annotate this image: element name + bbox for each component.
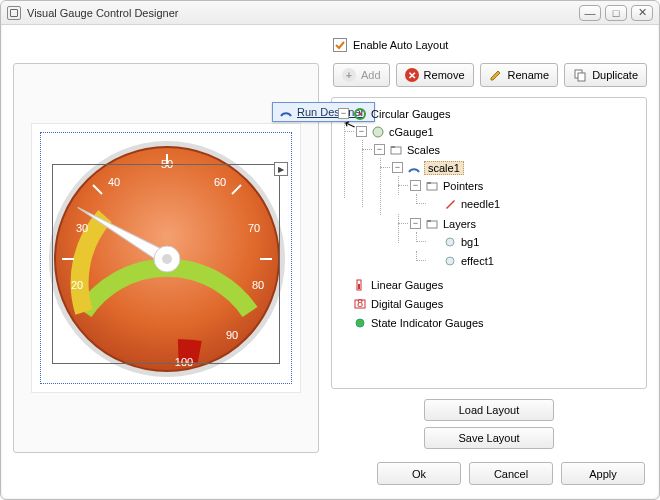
tree-node-pointers[interactable]: − Pointers xyxy=(410,177,642,194)
collapse-icon[interactable]: − xyxy=(410,218,421,229)
gauge-preview[interactable]: 20 30 40 50 60 70 80 90 100 xyxy=(31,123,301,393)
svg-rect-21 xyxy=(578,73,585,81)
tree-node-effect1[interactable]: effect1 xyxy=(428,252,642,269)
svg-rect-25 xyxy=(391,147,401,154)
tree-node-needle1[interactable]: needle1 xyxy=(428,195,642,212)
folder-icon xyxy=(389,143,403,157)
plus-icon: + xyxy=(342,68,356,82)
linear-gauge-icon xyxy=(353,278,367,292)
svg-point-33 xyxy=(446,257,454,265)
app-icon xyxy=(7,6,21,20)
tree-node-layers[interactable]: − Layers xyxy=(410,215,642,232)
load-layout-button[interactable]: Load Layout xyxy=(424,399,554,421)
copy-icon xyxy=(573,68,587,82)
selection-inner xyxy=(52,164,280,364)
svg-rect-35 xyxy=(358,284,360,289)
folder-icon xyxy=(425,217,439,231)
needle-icon xyxy=(443,197,457,211)
layer-icon xyxy=(443,235,457,249)
tree-node-bg1[interactable]: bg1 xyxy=(428,233,642,250)
layer-icon xyxy=(443,254,457,268)
minimize-button[interactable]: — xyxy=(579,5,601,21)
tree-node-state-indicator-gauges[interactable]: State Indicator Gauges xyxy=(338,314,642,331)
add-button[interactable]: + Add xyxy=(333,63,390,87)
cancel-button[interactable]: Cancel xyxy=(469,462,553,485)
tree-node-scales[interactable]: − Scales xyxy=(374,141,642,158)
dialog-footer: Ok Cancel Apply xyxy=(1,459,659,493)
design-surface[interactable]: 20 30 40 50 60 70 80 90 100 xyxy=(13,63,319,453)
svg-rect-27 xyxy=(427,183,437,190)
pencil-icon xyxy=(489,68,503,82)
collapse-icon[interactable]: − xyxy=(356,126,367,137)
toolbar: + Add ✕ Remove Rename Dupl xyxy=(331,63,647,87)
remove-button[interactable]: ✕ Remove xyxy=(396,63,474,87)
maximize-button[interactable]: □ xyxy=(605,5,627,21)
collapse-icon[interactable]: − xyxy=(410,180,421,191)
enable-auto-layout-checkbox[interactable] xyxy=(333,38,347,52)
svg-point-32 xyxy=(446,238,454,246)
svg-rect-31 xyxy=(427,220,431,222)
tree-node-cgauge1[interactable]: − cGauge1 xyxy=(356,123,642,140)
enable-auto-layout-label: Enable Auto Layout xyxy=(353,39,448,51)
remove-icon: ✕ xyxy=(405,68,419,82)
svg-text:8: 8 xyxy=(357,297,363,309)
apply-button[interactable]: Apply xyxy=(561,462,645,485)
scale-arc-icon xyxy=(407,161,421,175)
svg-rect-26 xyxy=(391,146,395,148)
svg-marker-29 xyxy=(446,200,455,209)
titlebar: Visual Gauge Control Designer — □ ✕ xyxy=(1,1,659,25)
svg-point-23 xyxy=(359,112,362,115)
svg-marker-19 xyxy=(491,71,500,80)
circular-gauge-icon xyxy=(353,107,367,121)
collapse-icon[interactable]: − xyxy=(338,108,349,119)
folder-icon xyxy=(425,179,439,193)
collapse-icon[interactable]: − xyxy=(392,162,403,173)
svg-point-38 xyxy=(356,319,364,327)
svg-rect-30 xyxy=(427,221,437,228)
save-layout-button[interactable]: Save Layout xyxy=(424,427,554,449)
check-icon xyxy=(335,40,345,50)
gauge-item-icon xyxy=(371,125,385,139)
svg-point-24 xyxy=(373,127,383,137)
smart-tag-button[interactable] xyxy=(274,162,288,176)
tree-node-circular-gauges[interactable]: − Circular Gauges xyxy=(338,105,642,122)
gauge-arc-icon xyxy=(279,105,293,119)
gauge-tree[interactable]: − Circular Gauges − cGauge1 xyxy=(336,104,642,332)
collapse-icon[interactable]: − xyxy=(374,144,385,155)
close-button[interactable]: ✕ xyxy=(631,5,653,21)
digital-gauge-icon: 8 xyxy=(353,297,367,311)
tree-node-scale1[interactable]: − scale1 xyxy=(392,159,642,176)
svg-rect-28 xyxy=(427,182,431,184)
ok-button[interactable]: Ok xyxy=(377,462,461,485)
designer-window: Visual Gauge Control Designer — □ ✕ xyxy=(0,0,660,500)
window-title: Visual Gauge Control Designer xyxy=(27,7,579,19)
state-indicator-icon xyxy=(353,316,367,330)
tree-panel: − Circular Gauges − cGauge1 xyxy=(331,97,647,389)
rename-button[interactable]: Rename xyxy=(480,63,559,87)
tree-node-digital-gauges[interactable]: 8 Digital Gauges xyxy=(338,295,642,312)
duplicate-button[interactable]: Duplicate xyxy=(564,63,647,87)
tree-node-linear-gauges[interactable]: Linear Gauges xyxy=(338,276,642,293)
